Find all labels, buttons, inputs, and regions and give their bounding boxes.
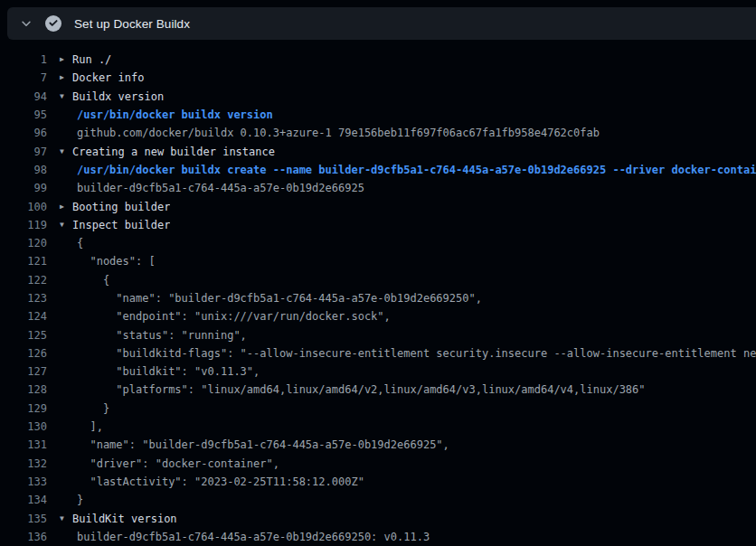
log-line: 96github.com/docker/buildx 0.10.3+azure-… [0,124,756,142]
log-line: 121 "nodes": [ [0,252,756,270]
collapse-group-icon[interactable]: ▼ [60,148,72,155]
expand-group-icon[interactable]: ▶ [60,56,72,63]
group-title: Inspect builder [72,219,170,231]
log-line: 95/usr/bin/docker buildx version [0,106,756,124]
line-content: { [47,237,83,249]
line-number[interactable]: 136 [0,531,47,543]
line-number[interactable]: 120 [0,237,47,249]
line-number[interactable]: 127 [0,365,47,378]
line-content: ▶Docker info [47,71,144,84]
output-text: } [77,494,83,506]
log-line: 132 "driver": "docker-container", [0,455,756,473]
line-content: "buildkit": "v0.11.3", [47,365,260,378]
line-content: ▼Inspect builder [47,219,170,231]
log-line: 133 "lastActivity": "2023-02-25T11:58:12… [0,473,756,491]
output-text: ], [77,420,103,433]
log-line: 128 "platforms": "linux/amd64,linux/amd6… [0,381,756,399]
log-line[interactable]: 100▶Booting builder [0,197,756,215]
log-line: 130 ], [0,418,756,436]
line-content: builder-d9cfb5a1-c764-445a-a57e-0b19d2e6… [47,531,430,543]
group-title: Booting builder [72,201,170,213]
log-line: 122 { [0,271,756,289]
line-number[interactable]: 95 [0,108,47,121]
line-content: ▼BuildKit version [47,513,177,525]
log-line[interactable]: 94▼Buildx version [0,88,756,106]
collapse-group-icon[interactable]: ▼ [60,93,72,100]
line-content: /usr/bin/docker buildx version [47,108,273,121]
line-number[interactable]: 133 [0,475,47,488]
line-number[interactable]: 126 [0,347,47,360]
log-line: 126 "buildkitd-flags": "--allow-insecure… [0,344,756,362]
line-content: "driver": "docker-container", [47,457,279,470]
log-line[interactable]: 7▶Docker info [0,69,756,87]
line-number[interactable]: 134 [0,494,47,506]
line-content: github.com/docker/buildx 0.10.3+azure-1 … [47,127,600,139]
output-text: "endpoint": "unix:///var/run/docker.sock… [77,310,391,323]
line-number[interactable]: 100 [0,201,47,213]
line-content: /usr/bin/docker buildx create --name bui… [47,164,756,176]
line-number[interactable]: 128 [0,383,47,396]
expand-group-icon[interactable]: ▶ [60,74,72,81]
line-number[interactable]: 130 [0,420,47,433]
line-content: "name": "builder-d9cfb5a1-c764-445a-a57e… [47,438,449,451]
log-line: 124 "endpoint": "unix:///var/run/docker.… [0,307,756,325]
log-line: 131 "name": "builder-d9cfb5a1-c764-445a-… [0,436,756,454]
log-line[interactable]: 135▼BuildKit version [0,509,756,527]
line-content: "endpoint": "unix:///var/run/docker.sock… [47,310,391,323]
line-number[interactable]: 125 [0,329,47,342]
line-number[interactable]: 99 [0,182,47,194]
group-title: Creating a new builder instance [72,146,275,158]
collapse-group-icon[interactable]: ▼ [60,515,72,522]
log-line: 98/usr/bin/docker buildx create --name b… [0,161,756,179]
group-title: Docker info [72,71,144,84]
output-text: "name": "builder-d9cfb5a1-c764-445a-a57e… [77,438,449,451]
output-text: "name": "builder-d9cfb5a1-c764-445a-a57e… [77,292,482,305]
line-number[interactable]: 123 [0,292,47,305]
line-number[interactable]: 94 [0,90,47,103]
log-line[interactable]: 97▼Creating a new builder instance [0,142,756,160]
line-content: } [47,402,109,415]
log-line: 125 "status": "running", [0,325,756,344]
line-content: ], [47,420,103,433]
chevron-down-icon[interactable] [20,17,33,30]
line-number[interactable]: 7 [0,71,47,84]
log-line[interactable]: 119▼Inspect builder [0,216,756,234]
line-number[interactable]: 135 [0,513,47,525]
step-header[interactable]: Set up Docker Buildx [7,7,756,40]
line-content: "lastActivity": "2023-02-25T11:58:12.000… [47,475,364,488]
group-title: Buildx version [72,90,164,103]
output-text: github.com/docker/buildx 0.10.3+azure-1 … [77,127,600,139]
output-text: "nodes": [ [77,255,156,268]
line-content: ▼Creating a new builder instance [47,146,275,158]
group-title: BuildKit version [72,513,177,525]
output-text: "driver": "docker-container", [77,457,279,470]
line-content: ▶Run ./ [47,53,111,66]
line-content: "buildkitd-flags": "--allow-insecure-ent… [47,347,756,360]
command-text: /usr/bin/docker buildx create --name bui… [77,164,756,176]
line-content: "status": "running", [47,329,247,342]
command-text: /usr/bin/docker buildx version [77,108,273,121]
collapse-group-icon[interactable]: ▼ [60,221,72,229]
line-number[interactable]: 121 [0,255,47,268]
line-number[interactable]: 132 [0,457,47,470]
line-number[interactable]: 97 [0,146,47,158]
line-number[interactable]: 1 [0,53,47,66]
output-text: { [77,274,109,287]
output-text: { [77,237,83,249]
line-number[interactable]: 96 [0,127,47,139]
log-line: 129 } [0,400,756,418]
line-content: "name": "builder-d9cfb5a1-c764-445a-a57e… [47,292,482,305]
log-line: 136builder-d9cfb5a1-c764-445a-a57e-0b19d… [0,528,756,546]
group-title: Run ./ [72,53,111,66]
line-content: ▶Booting builder [47,201,170,213]
log-line: 120{ [0,234,756,252]
line-number[interactable]: 124 [0,310,47,323]
line-number[interactable]: 119 [0,219,47,231]
line-content: builder-d9cfb5a1-c764-445a-a57e-0b19d2e6… [47,182,364,194]
line-number[interactable]: 98 [0,164,47,176]
line-number[interactable]: 129 [0,402,47,415]
line-number[interactable]: 122 [0,274,47,287]
expand-group-icon[interactable]: ▶ [60,203,72,211]
log-line[interactable]: 1▶Run ./ [0,51,756,69]
line-number[interactable]: 131 [0,438,47,451]
